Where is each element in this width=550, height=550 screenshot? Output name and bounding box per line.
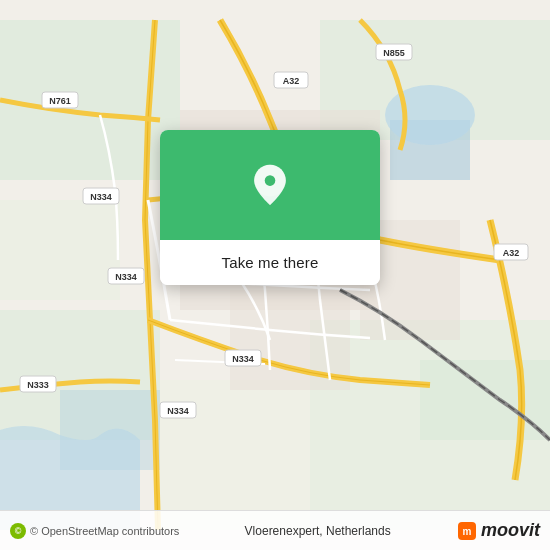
svg-text:N334: N334 [167, 406, 189, 416]
location-country: Netherlands [326, 524, 391, 538]
moovit-icon: m [456, 520, 478, 542]
osm-logo: © [10, 523, 26, 539]
svg-text:N334: N334 [115, 272, 137, 282]
svg-text:N761: N761 [49, 96, 71, 106]
svg-rect-4 [0, 200, 120, 300]
attribution-left: © © OpenStreetMap contributors [10, 523, 179, 539]
location-pin-icon [248, 163, 292, 207]
location-name: Vloerenexpert, [245, 524, 323, 538]
attribution-text: © OpenStreetMap contributors [30, 525, 179, 537]
svg-text:m: m [463, 526, 472, 537]
attribution-bar: © © OpenStreetMap contributors Vloerenex… [0, 510, 550, 550]
svg-text:A32: A32 [503, 248, 520, 258]
svg-rect-8 [420, 360, 550, 440]
take-me-there-button[interactable]: Take me there [160, 240, 380, 285]
svg-text:A32: A32 [283, 76, 300, 86]
card-map-area [160, 130, 380, 240]
moovit-logo: m moovit [456, 520, 540, 542]
svg-point-33 [265, 175, 276, 186]
svg-text:N334: N334 [232, 354, 254, 364]
map-container: N761 A32 N334 N334 N334 N855 A32 N333 N3… [0, 0, 550, 550]
location-card: Take me there [160, 130, 380, 285]
location-label: Vloerenexpert, Netherlands [245, 524, 391, 538]
svg-point-12 [385, 85, 475, 145]
svg-text:N334: N334 [90, 192, 112, 202]
moovit-text: moovit [481, 520, 540, 541]
svg-text:N333: N333 [27, 380, 49, 390]
svg-text:N855: N855 [383, 48, 405, 58]
osm-label: © OpenStreetMap contributors [30, 525, 179, 537]
